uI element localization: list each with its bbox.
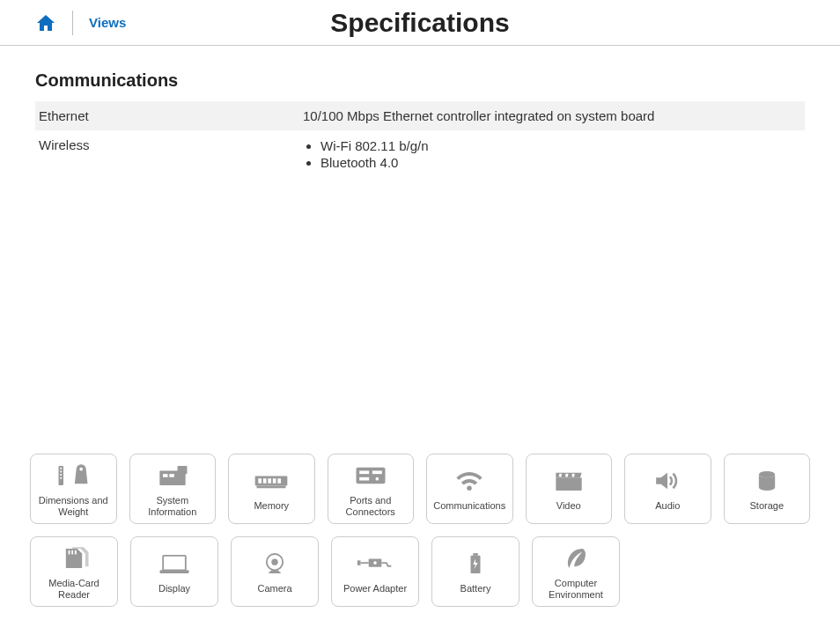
spec-row-ethernet: Ethernet 10/100 Mbps Ethernet controller…: [35, 101, 805, 130]
svg-point-5: [80, 468, 84, 471]
svg-rect-29: [75, 550, 77, 555]
nav-battery[interactable]: Battery: [431, 536, 519, 607]
nav-display[interactable]: Display: [130, 536, 218, 607]
sd-card-icon: [55, 543, 93, 574]
svg-rect-7: [177, 466, 187, 474]
svg-rect-12: [263, 479, 267, 484]
spec-table: Ethernet 10/100 Mbps Ethernet controller…: [35, 101, 805, 178]
nav-media-card-reader[interactable]: Media-Card Reader: [30, 536, 118, 607]
battery-icon: [456, 548, 495, 580]
nav-computer-environment[interactable]: Computer Environment: [532, 536, 620, 607]
bottom-nav: Dimensions and Weight System Information…: [30, 454, 810, 619]
nav-label: Video: [556, 500, 581, 512]
svg-rect-9: [169, 474, 174, 477]
nav-label: Computer Environment: [534, 578, 617, 601]
svg-point-33: [271, 559, 277, 565]
spec-value: Wi-Fi 802.11 b/g/n Bluetooth 4.0: [303, 137, 805, 171]
svg-rect-19: [372, 470, 382, 474]
nav-label: Storage: [749, 500, 784, 512]
spec-list-item: Wi-Fi 802.11 b/g/n: [321, 137, 805, 154]
section-heading: Communications: [35, 70, 805, 91]
svg-rect-38: [473, 553, 478, 556]
nav-dimensions-weight[interactable]: Dimensions and Weight: [30, 454, 117, 524]
laptop-icon: [155, 548, 194, 580]
nav-ports-connectors[interactable]: Ports and Connectors: [328, 454, 415, 524]
svg-rect-31: [160, 571, 189, 574]
nav-communications[interactable]: Communications: [426, 454, 513, 524]
spec-list-item: Bluetooth 4.0: [321, 154, 805, 171]
svg-rect-11: [259, 479, 262, 484]
svg-point-21: [375, 477, 379, 481]
svg-rect-18: [359, 470, 369, 474]
svg-rect-16: [257, 486, 286, 489]
svg-rect-28: [71, 550, 73, 555]
video-clapper-icon: [549, 465, 588, 497]
nav-label: Media-Card Reader: [33, 578, 115, 601]
nav-power-adapter[interactable]: Power Adapter: [331, 536, 419, 607]
svg-rect-36: [357, 561, 361, 566]
svg-rect-22: [556, 478, 581, 491]
memory-icon: [252, 465, 291, 497]
ruler-weight-icon: [54, 460, 92, 491]
svg-point-35: [373, 562, 377, 565]
wifi-icon: [450, 465, 489, 497]
nav-label: Dimensions and Weight: [33, 495, 114, 518]
ports-icon: [351, 460, 390, 491]
svg-rect-8: [163, 474, 168, 477]
svg-rect-27: [69, 550, 70, 555]
spec-row-wireless: Wireless Wi-Fi 802.11 b/g/n Bluetooth 4.…: [35, 130, 805, 178]
svg-rect-4: [61, 477, 63, 479]
svg-rect-15: [278, 479, 282, 484]
svg-rect-20: [359, 477, 369, 481]
content: Communications Ethernet 10/100 Mbps Ethe…: [0, 46, 840, 178]
nav-label: Display: [158, 583, 190, 594]
svg-rect-13: [269, 479, 272, 484]
webcam-icon: [255, 548, 294, 580]
nav-audio[interactable]: Audio: [624, 454, 711, 524]
nav-label: Ports and Connectors: [330, 495, 412, 518]
nav-label: Memory: [254, 500, 289, 512]
nav-row-2: Media-Card Reader Display Camera Power A…: [30, 536, 810, 607]
nav-storage[interactable]: Storage: [724, 454, 811, 524]
nav-camera[interactable]: Camera: [231, 536, 319, 607]
divider: [72, 11, 73, 35]
svg-rect-17: [356, 468, 385, 484]
nav-label: Communications: [433, 500, 505, 512]
storage-cylinder-icon: [748, 465, 786, 497]
spec-label: Ethernet: [39, 108, 303, 123]
home-icon[interactable]: [35, 12, 56, 33]
nav-row-1: Dimensions and Weight System Information…: [30, 454, 810, 524]
nav-memory[interactable]: Memory: [228, 454, 315, 524]
nav-label: Audio: [655, 500, 680, 512]
nav-label: System Information: [132, 495, 214, 518]
spec-value: 10/100 Mbps Ethernet controller integrat…: [303, 108, 805, 123]
page-title: Specifications: [330, 8, 509, 38]
svg-rect-3: [61, 474, 63, 476]
speaker-icon: [648, 465, 687, 497]
nav-video[interactable]: Video: [526, 454, 613, 524]
leaf-icon: [556, 543, 595, 574]
svg-point-26: [759, 471, 775, 477]
spec-label: Wireless: [39, 137, 303, 171]
topbar: Views Specifications: [0, 0, 840, 46]
nav-label: Battery: [461, 583, 491, 594]
power-adapter-icon: [356, 548, 394, 580]
nav-label: Camera: [257, 583, 291, 594]
svg-rect-30: [163, 556, 186, 571]
views-link[interactable]: Views: [89, 15, 126, 30]
nav-system-information[interactable]: System Information: [129, 454, 217, 524]
motherboard-icon: [153, 460, 192, 491]
svg-rect-1: [61, 468, 63, 469]
svg-rect-2: [61, 470, 63, 472]
svg-rect-14: [273, 479, 276, 484]
nav-label: Power Adapter: [343, 583, 407, 594]
